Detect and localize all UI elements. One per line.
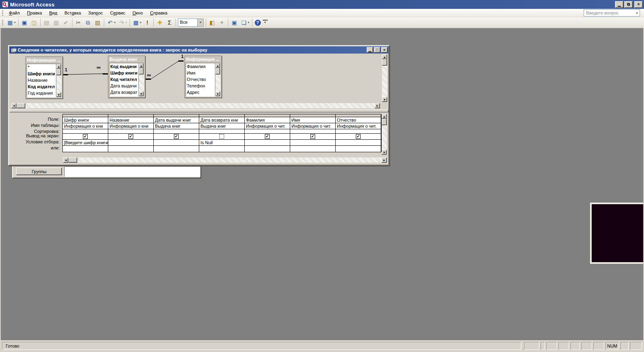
show-cell[interactable]: ✔ <box>245 134 290 140</box>
table-cell[interactable]: Информация о чит. <box>245 123 290 129</box>
dropdown-arrow-icon[interactable]: ▾ <box>126 21 127 24</box>
show-checkbox[interactable]: ✔ <box>128 134 133 139</box>
field-item[interactable]: Год издания <box>27 90 56 97</box>
or-cell[interactable] <box>336 146 381 152</box>
field-item[interactable]: Шифр книги <box>109 70 138 77</box>
paste-icon[interactable]: ▨ <box>93 18 103 27</box>
help-icon[interactable]: ? <box>254 18 262 27</box>
field-cell[interactable]: Отчество <box>336 117 381 123</box>
menu-item-2[interactable]: Вид <box>45 9 61 17</box>
table-cell[interactable]: Информация о кни <box>63 123 108 129</box>
criteria-cell[interactable] <box>290 140 336 146</box>
field-item[interactable]: Код читател <box>109 77 138 83</box>
dropdown-arrow-icon[interactable]: ▾ <box>140 21 142 24</box>
show-cell[interactable] <box>199 134 245 140</box>
scroll-left-icon[interactable]: ◄ <box>11 103 17 108</box>
scroll-track[interactable] <box>77 157 382 163</box>
criteria-cell[interactable]: [Введите шифр книги <box>63 140 108 146</box>
criteria-cell[interactable] <box>336 140 381 146</box>
field-item[interactable]: Шифр книги <box>27 71 56 77</box>
menu-item-1[interactable]: Правка <box>23 9 45 17</box>
field-cell[interactable]: Шифр книги <box>63 117 108 123</box>
show-cell[interactable]: ✔ <box>290 134 336 140</box>
sort-cell[interactable] <box>154 129 199 134</box>
column-selector[interactable] <box>63 114 108 117</box>
dropdown-arrow-icon[interactable]: ▾ <box>634 11 640 15</box>
scroll-up-icon[interactable]: ▲ <box>215 63 220 68</box>
show-cell[interactable]: ✔ <box>154 134 199 140</box>
query-minimize-button[interactable]: ▁ <box>367 47 373 53</box>
scroll-track[interactable] <box>382 66 387 97</box>
undo-icon[interactable]: ↶▾ <box>105 18 117 27</box>
show-cell[interactable]: ✔ <box>108 134 154 140</box>
query-maximize-button[interactable]: □ <box>374 47 380 53</box>
menu-item-6[interactable]: Окно <box>129 9 147 17</box>
scroll-thumb[interactable] <box>382 119 387 125</box>
diagram-hscrollbar[interactable]: ◄ ► <box>11 103 380 108</box>
dropdown-arrow-icon[interactable]: ▾ <box>14 21 16 24</box>
field-item[interactable]: Фамилия <box>186 64 215 70</box>
menu-item-4[interactable]: Запрос <box>85 9 106 17</box>
field-cell[interactable]: Дата выдачи книг <box>154 117 199 123</box>
scroll-track[interactable] <box>382 125 387 150</box>
show-checkbox[interactable] <box>219 134 224 139</box>
scroll-thumb[interactable] <box>56 69 61 75</box>
sort-cell[interactable] <box>63 129 108 134</box>
toolbar-options-button[interactable]: ▾ <box>263 20 268 25</box>
scroll-down-icon[interactable]: ▼ <box>139 91 144 96</box>
query-close-button[interactable]: × <box>381 47 388 53</box>
minimize-button[interactable]: ▁ <box>615 1 623 8</box>
scroll-down-icon[interactable]: ▼ <box>56 92 61 97</box>
scroll-thumb[interactable] <box>215 68 220 75</box>
sort-cell[interactable] <box>108 129 154 134</box>
ask-question-input[interactable]: Введите вопрос ▾ <box>584 9 640 17</box>
query-type-icon[interactable]: ▩▾ <box>131 18 143 27</box>
scroll-down-icon[interactable]: ▼ <box>382 150 387 155</box>
properties-icon[interactable]: ◧ <box>207 18 217 27</box>
column-selector[interactable] <box>336 114 381 117</box>
field-item[interactable]: Код выдачи <box>109 64 138 70</box>
toolbar-grip[interactable] <box>2 10 3 16</box>
table-cell[interactable]: Информация о кни <box>108 123 154 129</box>
or-cell[interactable] <box>63 146 108 152</box>
show-cell[interactable]: ✔ <box>336 134 381 140</box>
field-item[interactable]: Телефон <box>186 83 215 89</box>
criteria-cell[interactable] <box>245 140 290 146</box>
diagram-vscrollbar[interactable]: ▲ ▼ <box>382 54 387 102</box>
menu-item-5[interactable]: Сервис <box>107 9 129 17</box>
database-groups-list[interactable] <box>64 166 200 177</box>
view-datasheet-icon[interactable]: ▦▾ <box>5 18 17 27</box>
show-checkbox[interactable]: ✔ <box>174 134 179 139</box>
column-selector[interactable] <box>154 114 199 117</box>
menu-item-0[interactable]: Файл <box>5 9 23 17</box>
scroll-up-icon[interactable]: ▲ <box>382 114 387 119</box>
scroll-up-icon[interactable]: ▲ <box>382 54 387 59</box>
column-selector[interactable] <box>108 114 154 117</box>
field-item[interactable]: Дата выдачи <box>109 83 138 89</box>
dropdown-arrow-icon[interactable]: ▾ <box>114 21 116 24</box>
or-cell[interactable] <box>154 146 199 152</box>
or-cell[interactable] <box>199 146 245 152</box>
column-selector[interactable] <box>245 114 290 117</box>
field-cell[interactable]: Название <box>108 117 154 123</box>
grid-hscrollbar[interactable]: ◄ ► <box>63 157 387 163</box>
show-checkbox[interactable]: ✔ <box>356 134 361 139</box>
or-cell[interactable] <box>290 146 336 152</box>
save-icon[interactable]: ▣ <box>20 18 29 27</box>
scroll-thumb[interactable] <box>382 59 387 66</box>
menu-item-3[interactable]: Вставка <box>61 9 85 17</box>
field-list-issues[interactable]: Выдача книг Код выдачиШифр книгиКод чита… <box>108 56 145 98</box>
menu-item-7[interactable]: Справка <box>147 9 171 17</box>
field-list-scrollbar[interactable]: ▲ ▼ <box>56 64 61 97</box>
sort-cell[interactable] <box>336 129 381 134</box>
field-list-scrollbar[interactable]: ▲ ▼ <box>138 63 144 96</box>
field-item[interactable]: * <box>27 64 56 71</box>
or-cell[interactable] <box>108 146 154 152</box>
criteria-cell[interactable]: Is Null <box>199 140 245 146</box>
scroll-up-icon[interactable]: ▲ <box>56 64 61 69</box>
show-checkbox[interactable]: ✔ <box>265 134 270 139</box>
field-item[interactable]: Название <box>27 77 56 84</box>
file-search-icon[interactable]: ◫ <box>29 18 39 27</box>
grid-vscrollbar[interactable]: ▲ ▼ <box>382 114 387 155</box>
close-button[interactable]: × <box>634 1 643 8</box>
